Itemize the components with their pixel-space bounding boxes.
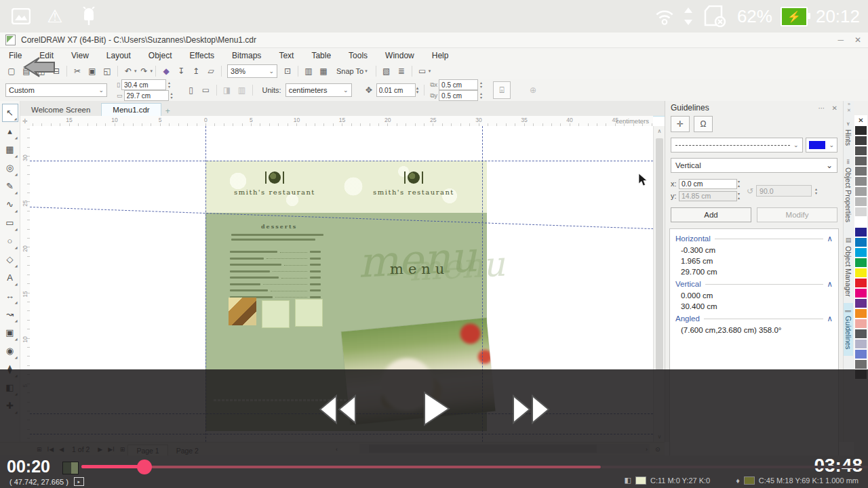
progress-played[interactable] <box>81 465 144 468</box>
new-document-button[interactable]: ▢ <box>4 64 19 78</box>
vertical-scroll-thumb[interactable] <box>656 138 663 370</box>
redo-button[interactable]: ↷ <box>137 64 152 78</box>
color-swatch[interactable] <box>854 186 867 197</box>
collapse-icon[interactable]: ∧ <box>827 314 833 323</box>
play-small-icon[interactable]: ▸ <box>74 477 84 486</box>
color-swatch[interactable] <box>854 227 867 237</box>
menu-bitmaps[interactable]: Bitmaps <box>223 51 270 60</box>
duplicate-y-spinner[interactable]: ▴▾ <box>480 92 482 100</box>
guideline-x-field[interactable] <box>679 179 737 189</box>
document-tab-welcome-screen[interactable]: Welcome Screen <box>20 104 101 116</box>
docker-tab-guidelines[interactable]: ∥Guidelines <box>844 303 853 356</box>
color-swatch[interactable] <box>854 197 867 207</box>
cut-button[interactable]: ✂ <box>70 64 85 78</box>
import-button[interactable]: ↧ <box>174 64 189 78</box>
x-spinner[interactable]: ▾▴ <box>738 180 740 188</box>
color-swatch[interactable] <box>854 339 867 349</box>
color-swatch[interactable] <box>854 136 867 146</box>
paste-button[interactable]: ◱ <box>100 64 115 78</box>
menu-help[interactable]: Help <box>423 51 458 60</box>
rectangle-tool[interactable]: ▭◢ <box>2 214 18 232</box>
view-navigator-button[interactable]: ▥ <box>301 64 316 78</box>
y-spinner[interactable]: ▾▴ <box>738 192 740 200</box>
page-width-spinner[interactable]: ▴▾ <box>168 81 170 89</box>
color-swatch[interactable] <box>854 278 867 288</box>
page-width-field[interactable] <box>121 79 166 90</box>
all-pages-button[interactable]: ◨ <box>220 82 235 98</box>
landscape-button[interactable]: ▭ <box>199 82 214 98</box>
color-swatch[interactable] <box>854 268 867 278</box>
copy-button[interactable]: ▣ <box>85 64 100 78</box>
menu-text[interactable]: Text <box>270 51 302 60</box>
menu-window[interactable]: Window <box>376 51 423 60</box>
fast-forward-button[interactable] <box>511 393 551 426</box>
angle-spinner[interactable]: ▴▾ <box>815 187 817 195</box>
docker-tab-object-manager[interactable]: ▤Object Manager <box>844 230 853 304</box>
color-swatch[interactable] <box>854 125 867 136</box>
duplicate-x-spinner[interactable]: ▴▾ <box>480 81 482 89</box>
crop-tool[interactable]: ▦◢ <box>2 140 18 159</box>
guideline-item[interactable]: -0.300 cm <box>670 245 838 256</box>
color-swatch[interactable] <box>854 217 867 227</box>
docker-collapse-icon[interactable]: » <box>848 101 850 107</box>
color-swatch[interactable] <box>854 288 867 298</box>
collapse-icon[interactable]: ∧ <box>827 279 833 289</box>
publish-to-pdf-button[interactable]: ▱ <box>203 64 218 78</box>
color-swatch[interactable] <box>854 359 867 369</box>
contour-tool[interactable]: ◉◢ <box>2 342 18 360</box>
menu-table[interactable]: Table <box>302 51 340 60</box>
artistic-media-tool[interactable]: ∿◢ <box>2 195 18 214</box>
add-guideline-button[interactable]: Add <box>671 207 751 222</box>
text-tool[interactable]: A◢ <box>2 268 18 287</box>
color-swatch[interactable] <box>854 258 867 268</box>
show-guidelines-toggle[interactable]: ✛ <box>671 116 690 132</box>
new-tab-button[interactable]: + <box>165 106 170 116</box>
rewind-button[interactable] <box>317 393 358 426</box>
guideline-item[interactable]: 1.965 cm <box>670 256 838 266</box>
line-style-select[interactable]: ⌄ <box>671 138 803 152</box>
color-swatch[interactable] <box>854 166 867 176</box>
color-swatch[interactable] <box>854 319 867 329</box>
pick-tool[interactable]: ↖◢ <box>2 104 18 122</box>
current-page-button[interactable]: ▥ <box>235 82 250 98</box>
guideline-item[interactable]: 29.700 cm <box>670 266 838 277</box>
color-swatch[interactable] <box>854 156 867 166</box>
nudge-spinner[interactable]: ▴▾ <box>416 86 419 94</box>
polygon-tool[interactable]: ◇◢ <box>2 250 18 268</box>
duplicate-y-field[interactable] <box>439 90 478 101</box>
guideline-item[interactable]: 30.400 cm <box>670 301 838 312</box>
drop-shadow-tool[interactable]: ▣◢ <box>2 323 18 342</box>
guideline-angle-field[interactable] <box>756 185 812 197</box>
guideline-section-header[interactable]: Vertical∧ <box>670 277 838 290</box>
page-preset-select[interactable]: Custom ⌄ <box>5 83 107 97</box>
document-tab-menu1-cdr[interactable]: Menu1.cdr <box>101 103 161 116</box>
play-button[interactable] <box>422 391 450 426</box>
color-swatch[interactable] <box>854 176 867 186</box>
close-button[interactable]: ✕ <box>854 35 861 45</box>
guideline-orientation-select[interactable]: Vertical ⌄ <box>671 158 837 173</box>
zoom-level-select[interactable]: 38% ⌄ <box>227 64 277 78</box>
zoom-tool[interactable]: ◎◢ <box>2 159 18 177</box>
menu-view[interactable]: View <box>62 51 98 60</box>
color-swatch[interactable] <box>854 247 867 258</box>
show-grid-button[interactable]: ▦ <box>316 64 331 78</box>
page-height-field[interactable] <box>124 90 169 101</box>
application-settings-button[interactable]: ≣ <box>394 64 409 78</box>
portrait-button[interactable]: ▯ <box>184 82 199 98</box>
menu-object[interactable]: Object <box>140 51 181 60</box>
nudge-offset-field[interactable] <box>376 83 416 97</box>
color-swatch[interactable] <box>854 146 867 156</box>
guideline-section-header[interactable]: Horizontal∧ <box>670 232 838 245</box>
guideline-section-header[interactable]: Angled∧ <box>670 312 838 325</box>
color-swatch[interactable] <box>854 349 867 359</box>
guideline-item[interactable]: (7.600 cm,23.680 cm) 358.0° <box>670 325 838 336</box>
modify-guideline-button[interactable]: Modify <box>757 207 837 222</box>
connector-tool[interactable]: ↝◢ <box>2 305 18 323</box>
welcome-screen-toggle-button[interactable]: ▭ <box>415 64 430 78</box>
menu-effects[interactable]: Effects <box>181 51 223 60</box>
snap-to-button[interactable]: Snap To ▾ <box>331 67 373 75</box>
units-select[interactable]: centimeters ⌄ <box>285 83 352 97</box>
ellipse-tool[interactable]: ○◢ <box>2 232 18 250</box>
color-swatch[interactable] <box>854 207 867 217</box>
application-launcher-button[interactable]: ◆ <box>159 64 174 78</box>
